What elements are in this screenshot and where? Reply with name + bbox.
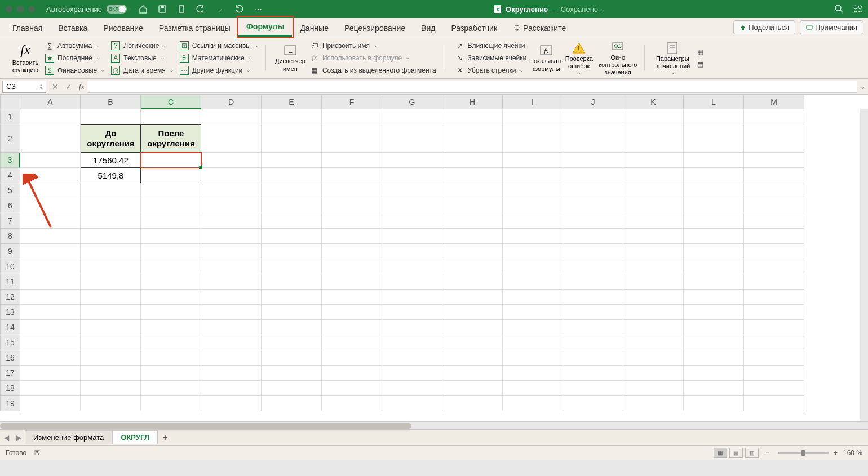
scrollbar-thumb[interactable] [0, 423, 411, 429]
cell-I4[interactable] [503, 168, 563, 183]
cell[interactable] [563, 244, 623, 259]
cell[interactable] [623, 290, 684, 305]
cell[interactable] [81, 335, 141, 350]
cell[interactable] [563, 259, 623, 274]
cell-M1[interactable] [744, 109, 804, 124]
text-button[interactable]: AТекстовые⌵ [108, 52, 176, 64]
col-header-D[interactable]: D [201, 95, 262, 109]
cell[interactable] [20, 229, 81, 244]
cell[interactable] [322, 244, 382, 259]
cell[interactable] [563, 198, 623, 213]
calc-now-button[interactable]: ▦ [692, 46, 708, 57]
col-header-E[interactable]: E [262, 95, 322, 109]
sheet-nav-prev[interactable]: ◀ [0, 434, 12, 442]
cell[interactable] [382, 198, 442, 213]
cell-E4[interactable] [262, 168, 322, 183]
accessibility-icon[interactable]: ⇱ [34, 449, 40, 457]
name-box-spinner[interactable]: ▴▾ [40, 83, 42, 90]
cell[interactable] [81, 381, 141, 396]
chevron-down-icon[interactable]: ⌵ [601, 6, 604, 12]
cell[interactable] [141, 290, 201, 305]
cell[interactable] [382, 305, 442, 320]
cell[interactable] [81, 244, 141, 259]
cell[interactable] [322, 198, 382, 213]
cell[interactable] [684, 198, 744, 213]
cell[interactable] [684, 259, 744, 274]
search-icon[interactable] [834, 4, 844, 14]
cell[interactable] [262, 335, 322, 350]
cell[interactable] [20, 244, 81, 259]
cell[interactable] [322, 183, 382, 198]
cell[interactable] [20, 259, 81, 274]
datetime-button[interactable]: ◷Дата и время⌵ [108, 65, 176, 76]
cell[interactable] [684, 244, 744, 259]
cell-L4[interactable] [684, 168, 744, 183]
cell[interactable] [442, 229, 503, 244]
cell-B3[interactable]: 17560,42 [81, 153, 141, 168]
cell-D1[interactable] [201, 109, 262, 124]
cell-H4[interactable] [442, 168, 503, 183]
cell[interactable] [20, 213, 81, 229]
cell[interactable] [201, 244, 262, 259]
cell-G2[interactable] [382, 124, 442, 153]
cell-F1[interactable] [322, 109, 382, 124]
trace-dependents-button[interactable]: ↘Зависимые ячейки [452, 52, 530, 64]
zoom-out-button[interactable]: − [765, 449, 769, 457]
cell[interactable] [81, 198, 141, 213]
cell[interactable] [744, 305, 804, 320]
cell[interactable] [684, 350, 744, 366]
row-header-18[interactable]: 18 [0, 381, 20, 396]
cell-J4[interactable] [563, 168, 623, 183]
define-name-button[interactable]: 🏷Присвоить имя⌵ [307, 40, 440, 51]
cell-C2[interactable]: После округления [141, 124, 201, 153]
zoom-window-icon[interactable] [28, 6, 35, 12]
cell[interactable] [322, 290, 382, 305]
cell[interactable] [623, 213, 684, 229]
enter-formula-button[interactable]: ✓ [62, 82, 76, 91]
cell[interactable] [262, 213, 322, 229]
calc-sheet-button[interactable]: ▤ [692, 59, 708, 70]
cell[interactable] [81, 350, 141, 366]
lookup-button[interactable]: ⊞Ссылки и массивы⌵ [176, 40, 262, 51]
zoom-in-button[interactable]: + [834, 449, 838, 457]
row-header-6[interactable]: 6 [0, 198, 20, 213]
add-sheet-button[interactable]: + [158, 433, 172, 443]
cell-J1[interactable] [563, 109, 623, 124]
cell[interactable] [503, 198, 563, 213]
tab-insert[interactable]: Вставка [50, 19, 95, 37]
cell[interactable] [442, 381, 503, 396]
cell[interactable] [201, 320, 262, 335]
home-icon[interactable] [138, 4, 148, 14]
close-window-icon[interactable] [6, 6, 12, 12]
cell[interactable] [141, 198, 201, 213]
cell-A3[interactable] [20, 153, 81, 168]
cell[interactable] [684, 396, 744, 411]
col-header-A[interactable]: A [20, 95, 81, 109]
col-header-L[interactable]: L [684, 95, 744, 109]
create-from-selection-button[interactable]: ▦Создать из выделенного фрагмента [307, 65, 440, 76]
cell[interactable] [623, 320, 684, 335]
cell[interactable] [684, 320, 744, 335]
cell[interactable] [503, 305, 563, 320]
cell[interactable] [442, 335, 503, 350]
cell[interactable] [744, 213, 804, 229]
cell[interactable] [322, 366, 382, 381]
print-icon[interactable] [176, 4, 187, 14]
row-header-9[interactable]: 9 [0, 244, 20, 259]
cell[interactable] [744, 259, 804, 274]
cell[interactable] [201, 213, 262, 229]
cell-H3[interactable] [442, 153, 503, 168]
cell[interactable] [382, 381, 442, 396]
cell-J3[interactable] [563, 153, 623, 168]
cell[interactable] [20, 366, 81, 381]
cell[interactable] [744, 244, 804, 259]
cell[interactable] [141, 183, 201, 198]
cell[interactable] [744, 274, 804, 290]
cell[interactable] [382, 320, 442, 335]
row-header-16[interactable]: 16 [0, 350, 20, 366]
cell[interactable] [684, 213, 744, 229]
comments-button[interactable]: Примечания [800, 20, 863, 34]
cell[interactable] [201, 381, 262, 396]
cell-F3[interactable] [322, 153, 382, 168]
row-header-1[interactable]: 1 [0, 109, 20, 124]
